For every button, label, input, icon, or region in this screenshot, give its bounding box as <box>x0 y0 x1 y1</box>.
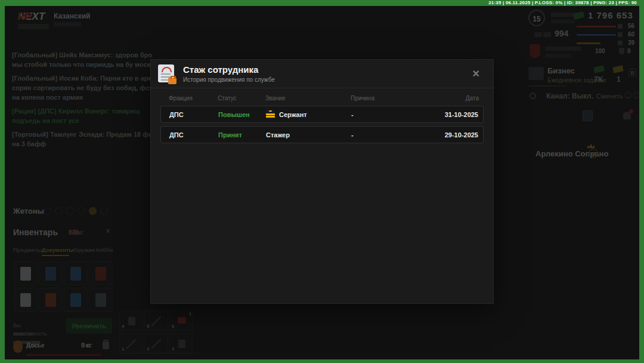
table-header: Фракция Статус Звание Причина Дата <box>160 95 484 101</box>
column-faction: Фракция <box>169 95 218 101</box>
table-row[interactable]: ДПСПовышенСержант-31-10-2025 <box>160 106 484 123</box>
column-rank: Звание <box>265 95 351 101</box>
cell-date: 31-10-2025 <box>425 111 478 118</box>
table-row[interactable]: ДПСПринятСтажер-29-10-2025 <box>160 126 484 143</box>
cell-status: Повышен <box>218 111 266 118</box>
column-reason: Причина <box>351 95 425 101</box>
close-icon[interactable]: ✕ <box>472 69 480 79</box>
cell-faction: ДПС <box>169 131 218 139</box>
cell-rank: Стажер <box>266 131 351 139</box>
game-screen: 21:35 | 06.11.2025 | P.LOSS: 0% | ID: 39… <box>0 0 644 363</box>
cell-status: Принят <box>218 131 266 139</box>
modal-header: Стаж сотрудника История продвижения по с… <box>151 60 493 88</box>
seniority-modal: Стаж сотрудника История продвижения по с… <box>151 60 493 303</box>
rank-insignia-icon <box>266 110 275 119</box>
cell-date: 29-10-2025 <box>425 131 478 139</box>
server-status-bar: 21:35 | 06.11.2025 | P.LOSS: 0% | ID: 39… <box>488 0 637 6</box>
rank-label: Сержант <box>279 111 307 118</box>
modal-subtitle: История продвижения по службе <box>183 76 275 83</box>
column-status: Статус <box>218 95 265 101</box>
column-date: Дата <box>425 95 479 101</box>
game-viewport: NEXTRP Казанский [Глобальный] Шейх Макси… <box>5 6 639 359</box>
cell-reason: - <box>351 111 425 118</box>
cell-rank: Сержант <box>266 110 351 119</box>
modal-title: Стаж сотрудника <box>183 64 275 75</box>
cell-faction: ДПС <box>169 111 218 118</box>
employment-record-icon <box>158 64 176 84</box>
table-body: ДПСПовышенСержант-31-10-2025ДПСПринятСта… <box>160 106 484 143</box>
cell-reason: - <box>351 131 425 139</box>
